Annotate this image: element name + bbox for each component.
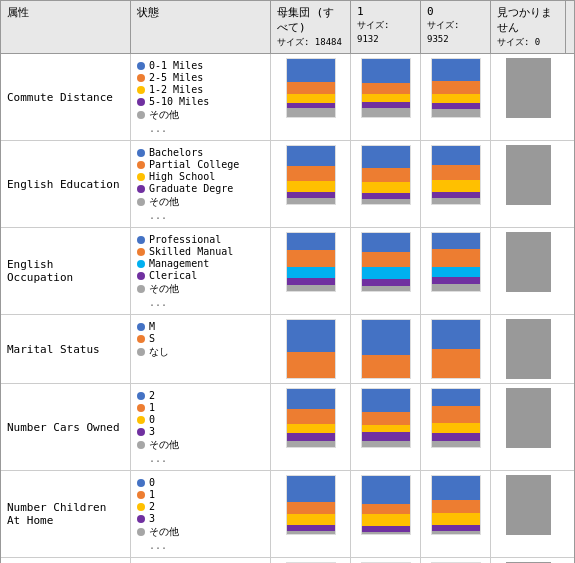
state-item: なし: [137, 345, 169, 359]
state-item: Management: [137, 258, 209, 269]
state-item: S: [137, 333, 155, 344]
table-row: Marital StatusMSなし: [1, 315, 574, 384]
state-cell: ProfessionalSkilled ManualManagementCler…: [131, 228, 271, 314]
state-item: 0: [137, 477, 155, 488]
parent-chart-cell: [271, 558, 351, 563]
state-cell: MSなし: [131, 315, 271, 383]
state-item: 2: [137, 501, 155, 512]
attr-cell: Region: [1, 558, 131, 563]
main-table: 属性 状態 母集団 (すべて) サイズ: 18484 1 サイズ: 9132 0…: [0, 0, 575, 563]
col1-chart-cell: [351, 141, 421, 227]
state-item: Professional: [137, 234, 221, 245]
state-item: Partial College: [137, 159, 239, 170]
state-cell: 0123その他...: [131, 471, 271, 557]
state-item: その他: [137, 108, 179, 122]
parent-chart-cell: [271, 54, 351, 140]
state-cell: BachelorsPartial CollegeHigh SchoolGradu…: [131, 141, 271, 227]
ellipsis: ...: [149, 123, 167, 134]
parent-chart-cell: [271, 471, 351, 557]
state-item: 1: [137, 402, 155, 413]
header-col0: 0 サイズ: 9352: [421, 1, 491, 53]
attr-cell: Commute Distance: [1, 54, 131, 140]
table-header: 属性 状態 母集団 (すべて) サイズ: 18484 1 サイズ: 9132 0…: [1, 1, 574, 54]
table-row: Commute Distance0-1 Miles2-5 Miles1-2 Mi…: [1, 54, 574, 141]
missing-chart-cell: [491, 228, 566, 314]
state-item: その他: [137, 525, 179, 539]
parent-chart-cell: [271, 384, 351, 470]
state-cell: North AmericaEuropePacificなし: [131, 558, 271, 563]
state-item: その他: [137, 195, 179, 209]
state-item: その他: [137, 438, 179, 452]
parent-chart-cell: [271, 315, 351, 383]
state-cell: 2103その他...: [131, 384, 271, 470]
col0-chart-cell: [421, 558, 491, 563]
ellipsis: ...: [149, 297, 167, 308]
missing-chart-cell: [491, 141, 566, 227]
missing-chart-cell: [491, 315, 566, 383]
state-item: 1: [137, 489, 155, 500]
table-row: Number Cars Owned2103その他...: [1, 384, 574, 471]
col0-chart-cell: [421, 384, 491, 470]
state-item: Clerical: [137, 270, 197, 281]
state-item: 3: [137, 513, 155, 524]
col1-chart-cell: [351, 228, 421, 314]
missing-chart-cell: [491, 384, 566, 470]
header-parent: 母集団 (すべて) サイズ: 18484: [271, 1, 351, 53]
table-row: RegionNorth AmericaEuropePacificなし: [1, 558, 574, 563]
state-item: 1-2 Miles: [137, 84, 203, 95]
ellipsis: ...: [149, 540, 167, 551]
col1-chart-cell: [351, 558, 421, 563]
col1-chart-cell: [351, 384, 421, 470]
header-col1: 1 サイズ: 9132: [351, 1, 421, 53]
col0-chart-cell: [421, 471, 491, 557]
state-item: Bachelors: [137, 147, 203, 158]
table-row: English OccupationProfessionalSkilled Ma…: [1, 228, 574, 315]
missing-chart-cell: [491, 558, 566, 563]
attr-cell: English Occupation: [1, 228, 131, 314]
ellipsis: ...: [149, 210, 167, 221]
state-item: 5-10 Miles: [137, 96, 209, 107]
missing-chart-cell: [491, 471, 566, 557]
state-item: 2: [137, 390, 155, 401]
table-body: Commute Distance0-1 Miles2-5 Miles1-2 Mi…: [1, 54, 574, 563]
col1-chart-cell: [351, 54, 421, 140]
col0-chart-cell: [421, 315, 491, 383]
state-item: その他: [137, 282, 179, 296]
header-missing: 見つかりません サイズ: 0: [491, 1, 566, 53]
state-item: 0-1 Miles: [137, 60, 203, 71]
attr-cell: Marital Status: [1, 315, 131, 383]
table-row: English EducationBachelorsPartial Colleg…: [1, 141, 574, 228]
attr-cell: English Education: [1, 141, 131, 227]
state-item: 2-5 Miles: [137, 72, 203, 83]
header-state: 状態: [131, 1, 271, 53]
table-row: Number Children At Home0123その他...: [1, 471, 574, 558]
parent-chart-cell: [271, 141, 351, 227]
parent-chart-cell: [271, 228, 351, 314]
col1-chart-cell: [351, 315, 421, 383]
header-attr: 属性: [1, 1, 131, 53]
state-item: 3: [137, 426, 155, 437]
col0-chart-cell: [421, 228, 491, 314]
col0-chart-cell: [421, 54, 491, 140]
col0-chart-cell: [421, 141, 491, 227]
state-item: High School: [137, 171, 215, 182]
col1-chart-cell: [351, 471, 421, 557]
attr-cell: Number Children At Home: [1, 471, 131, 557]
state-item: Skilled Manual: [137, 246, 233, 257]
ellipsis: ...: [149, 453, 167, 464]
state-item: M: [137, 321, 155, 332]
state-item: 0: [137, 414, 155, 425]
missing-chart-cell: [491, 54, 566, 140]
state-cell: 0-1 Miles2-5 Miles1-2 Miles5-10 Milesその他…: [131, 54, 271, 140]
attr-cell: Number Cars Owned: [1, 384, 131, 470]
state-item: Graduate Degre: [137, 183, 233, 194]
